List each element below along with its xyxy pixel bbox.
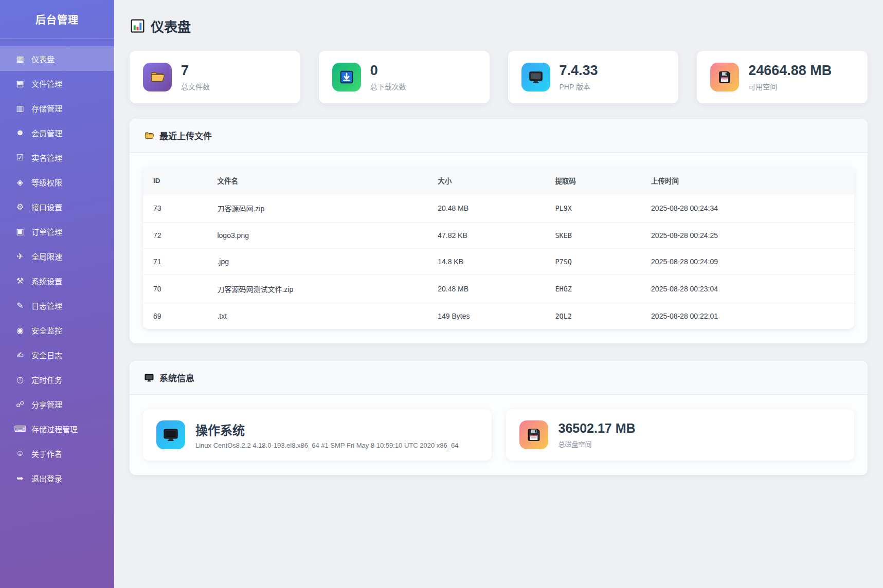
- floppy-icon: [519, 420, 548, 449]
- app-title: 后台管理: [0, 0, 114, 39]
- stat-value: 7: [181, 63, 210, 79]
- gear-icon: ⚙: [13, 202, 27, 212]
- col-time: 上传时间: [641, 167, 854, 194]
- panel-title: 最近上传文件: [159, 129, 212, 142]
- download-icon: [332, 63, 361, 91]
- monitor-icon: [156, 420, 185, 449]
- stat-label: 总下载次数: [370, 81, 406, 91]
- sidebar: 后台管理 ▦ 仪表盘 ▤ 文件管理 ▥ 存储管理 ☻ 会员管理 ☑ 实名管理 ◈…: [0, 0, 114, 588]
- col-id: ID: [143, 167, 207, 194]
- sidebar-item-files[interactable]: ▤ 文件管理: [0, 71, 114, 96]
- stat-card-php-version: 7.4.33 PHP 版本: [508, 51, 679, 103]
- person-icon: ☺: [13, 449, 27, 458]
- table-row: 72 logo3.png 47.82 KB SKEB 2025-08-28 00…: [143, 223, 854, 249]
- log-document-icon: ✍: [13, 350, 27, 360]
- sidebar-item-label: 等级权限: [31, 177, 62, 188]
- wrench-icon: ⚒: [13, 276, 27, 286]
- sidebar-item-label: 日志管理: [31, 300, 62, 311]
- table-row: 73 刀客源码网.zip 20.48 MB PL9X 2025-08-28 00…: [143, 194, 854, 223]
- sidebar-item-label: 会员管理: [31, 127, 62, 138]
- system-info-panel: 系统信息 操作系统 Linux CentOs8.2.2 4.1: [130, 361, 868, 475]
- table-row: 69 .txt 149 Bytes 2QL2 2025-08-28 00:22:…: [143, 303, 854, 329]
- exit-icon: ➥: [13, 473, 27, 483]
- sidebar-item-label: 全局限速: [31, 251, 62, 262]
- sidebar-item-about-author[interactable]: ☺ 关于作者: [0, 441, 114, 466]
- sidebar-menu: ▦ 仪表盘 ▤ 文件管理 ▥ 存储管理 ☻ 会员管理 ☑ 实名管理 ◈ 等级权限…: [0, 39, 114, 490]
- link-icon: ☍: [13, 399, 27, 409]
- page-title: 仪表盘: [131, 16, 868, 35]
- system-info-header: 系统信息: [130, 361, 868, 395]
- sidebar-item-label: 系统设置: [31, 275, 62, 286]
- document-icon: ✎: [13, 301, 27, 310]
- sidebar-item-speed-limit[interactable]: ✈ 全局限速: [0, 244, 114, 268]
- sidebar-item-cron-tasks[interactable]: ◷ 定时任务: [0, 367, 114, 392]
- os-title: 操作系统: [195, 420, 458, 438]
- disk-icon: ▥: [13, 103, 27, 113]
- sidebar-item-logout[interactable]: ➥ 退出登录: [0, 466, 114, 490]
- col-size: 大小: [427, 167, 545, 194]
- stat-value: 7.4.33: [560, 63, 598, 79]
- laptop-icon: ⌨: [13, 424, 27, 434]
- eye-icon: ◉: [13, 325, 27, 335]
- monitor-icon: [521, 63, 550, 91]
- sidebar-item-shares[interactable]: ☍ 分享管理: [0, 392, 114, 416]
- stat-card-total-files: 7 总文件数: [130, 51, 300, 103]
- stat-value: 0: [370, 63, 406, 79]
- sidebar-item-security-monitor[interactable]: ◉ 安全监控: [0, 318, 114, 342]
- stats-row: 7 总文件数 0 总下载次数: [130, 51, 868, 103]
- sidebar-item-label: 关于作者: [31, 448, 62, 459]
- total-disk-label: 总磁盘空间: [558, 439, 636, 449]
- total-disk-card: 36502.17 MB 总磁盘空间: [506, 409, 855, 461]
- sidebar-item-label: 退出登录: [31, 473, 62, 484]
- monitor-icon: [144, 373, 154, 383]
- stat-label: 可用空间: [748, 81, 832, 91]
- sidebar-item-label: 订单管理: [31, 226, 62, 237]
- sidebar-item-storage[interactable]: ▥ 存储管理: [0, 96, 114, 120]
- bar-chart-icon: [131, 19, 145, 33]
- stat-value: 24664.88 MB: [748, 63, 832, 79]
- folder-icon: [143, 63, 172, 91]
- main-content: 仪表盘 7 总文件数: [114, 0, 883, 588]
- stat-card-free-space: 24664.88 MB 可用空间: [697, 51, 868, 103]
- stat-card-total-downloads: 0 总下载次数: [319, 51, 490, 103]
- sidebar-item-label: 安全监控: [31, 325, 62, 336]
- check-icon: ☑: [13, 153, 27, 162]
- sidebar-item-label: 安全日志: [31, 350, 62, 360]
- sidebar-item-label: 存储管理: [31, 103, 62, 114]
- table-row: 71 .jpg 14.8 KB P7SQ 2025-08-28 00:24:09: [143, 249, 854, 275]
- floppy-icon: [710, 63, 739, 91]
- rocket-icon: ✈: [13, 251, 27, 261]
- panel-title: 系统信息: [159, 371, 194, 384]
- sidebar-item-permissions[interactable]: ◈ 等级权限: [0, 170, 114, 194]
- stat-label: PHP 版本: [560, 81, 598, 91]
- shield-icon: ◈: [13, 177, 27, 187]
- sidebar-item-stored-procedures[interactable]: ⌨ 存储过程管理: [0, 416, 114, 441]
- sidebar-item-dashboard[interactable]: ▦ 仪表盘: [0, 46, 114, 71]
- sidebar-item-logs[interactable]: ✎ 日志管理: [0, 293, 114, 318]
- folder-icon: [144, 131, 154, 141]
- table-row: 70 刀客源码网测试文件.zip 20.48 MB EHGZ 2025-08-2…: [143, 275, 854, 303]
- sidebar-item-system-settings[interactable]: ⚒ 系统设置: [0, 268, 114, 293]
- sidebar-item-security-logs[interactable]: ✍ 安全日志: [0, 342, 114, 367]
- col-filename: 文件名: [207, 167, 427, 194]
- os-card: 操作系统 Linux CentOs8.2.2 4.18.0-193.el8.x8…: [143, 409, 492, 461]
- alarm-clock-icon: ◷: [13, 375, 27, 384]
- cart-icon: ▣: [13, 227, 27, 236]
- sidebar-item-api-settings[interactable]: ⚙ 接口设置: [0, 194, 114, 219]
- sidebar-item-label: 定时任务: [31, 374, 62, 385]
- col-code: 提取码: [545, 167, 641, 194]
- os-description: Linux CentOs8.2.2 4.18.0-193.el8.x86_64 …: [195, 442, 458, 449]
- users-icon: ☻: [13, 128, 27, 137]
- table-header-row: ID 文件名 大小 提取码 上传时间: [143, 167, 854, 194]
- stat-label: 总文件数: [181, 81, 210, 91]
- dashboard-icon: ▦: [13, 54, 27, 64]
- sidebar-item-label: 分享管理: [31, 399, 62, 410]
- sidebar-item-realname[interactable]: ☑ 实名管理: [0, 145, 114, 170]
- sidebar-item-orders[interactable]: ▣ 订单管理: [0, 219, 114, 244]
- sidebar-item-label: 实名管理: [31, 152, 62, 163]
- sidebar-item-members[interactable]: ☻ 会员管理: [0, 120, 114, 145]
- sidebar-item-label: 存储过程管理: [31, 424, 78, 434]
- recent-uploads-table: ID 文件名 大小 提取码 上传时间 73 刀客源码网.zip 20.48 MB: [143, 167, 854, 329]
- sidebar-item-label: 仪表盘: [31, 53, 55, 64]
- recent-uploads-header: 最近上传文件: [130, 119, 868, 153]
